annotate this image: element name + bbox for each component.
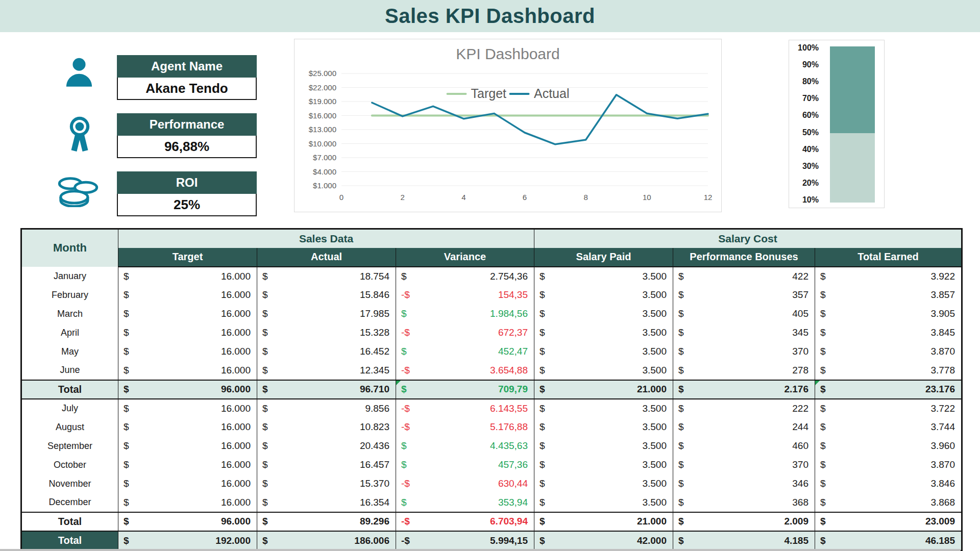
month-cell[interactable]: March	[21, 305, 118, 323]
value-cell[interactable]: $96.000	[118, 380, 257, 399]
column-header-total-earned[interactable]: Total Earned	[815, 248, 962, 267]
column-header-salary-paid[interactable]: Salary Paid	[534, 248, 673, 267]
value-cell[interactable]: $3.870	[815, 342, 962, 361]
value-cell[interactable]: $3.500	[534, 418, 673, 437]
value-cell[interactable]: $3.500	[534, 286, 673, 305]
value-cell[interactable]: $21.000	[534, 380, 673, 399]
value-cell[interactable]: $457,36	[396, 456, 534, 474]
value-cell[interactable]: $3.500	[534, 399, 673, 418]
value-cell[interactable]: $16.000	[118, 342, 257, 361]
month-cell[interactable]: July	[21, 399, 118, 418]
value-cell[interactable]: $3.870	[815, 456, 962, 474]
month-cell[interactable]: October	[21, 456, 118, 474]
value-cell[interactable]: $23.176	[815, 380, 962, 399]
value-cell[interactable]: -$154,35	[396, 286, 534, 305]
value-cell[interactable]: $3.778	[815, 361, 962, 380]
value-cell[interactable]: $4.435,63	[396, 437, 534, 456]
month-cell[interactable]: November	[21, 474, 118, 493]
value-cell[interactable]: $452,47	[396, 342, 534, 361]
value-cell[interactable]: $3.500	[534, 493, 673, 512]
month-cell[interactable]: Total	[21, 380, 118, 399]
bottom-scrollbar-strip[interactable]	[0, 549, 961, 551]
value-cell[interactable]: $3.846	[815, 474, 962, 493]
month-cell[interactable]: September	[21, 437, 118, 456]
value-cell[interactable]: $16.000	[118, 456, 257, 474]
value-cell[interactable]: $17.985	[257, 305, 396, 323]
value-cell[interactable]: $3.500	[534, 437, 673, 456]
month-cell[interactable]: Total	[21, 531, 118, 551]
value-cell[interactable]: $16.000	[118, 267, 257, 286]
month-cell[interactable]: June	[21, 361, 118, 380]
column-header-variance[interactable]: Variance	[396, 248, 534, 267]
value-cell[interactable]: -$6.143,55	[396, 399, 534, 418]
value-cell[interactable]: $357	[673, 286, 815, 305]
value-cell[interactable]: $96.710	[257, 380, 396, 399]
value-cell[interactable]: $3.722	[815, 399, 962, 418]
salary-cost-group-header[interactable]: Salary Cost	[534, 229, 962, 248]
value-cell[interactable]: $3.744	[815, 418, 962, 437]
value-cell[interactable]: $16.000	[118, 474, 257, 493]
month-cell[interactable]: January	[21, 267, 118, 286]
value-cell[interactable]: $16.354	[257, 493, 396, 512]
value-cell[interactable]: $15.370	[257, 474, 396, 493]
value-cell[interactable]: $16.000	[118, 323, 257, 342]
value-cell[interactable]: $353,94	[396, 493, 534, 512]
value-cell[interactable]: $3.905	[815, 305, 962, 323]
value-cell[interactable]: $16.000	[118, 418, 257, 437]
value-cell[interactable]: -$5.994,15	[396, 531, 534, 551]
value-cell[interactable]: $222	[673, 399, 815, 418]
value-cell[interactable]: $16.000	[118, 399, 257, 418]
value-cell[interactable]: $2.176	[673, 380, 815, 399]
value-cell[interactable]: $10.823	[257, 418, 396, 437]
value-cell[interactable]: $42.000	[534, 531, 673, 551]
value-cell[interactable]: $3.500	[534, 342, 673, 361]
value-cell[interactable]: $3.960	[815, 437, 962, 456]
column-header-actual[interactable]: Actual	[257, 248, 396, 267]
value-cell[interactable]: $23.009	[815, 512, 962, 531]
column-header-target[interactable]: Target	[118, 248, 257, 267]
column-header-performance-bonuses[interactable]: Performance Bonuses	[673, 248, 815, 267]
value-cell[interactable]: $9.856	[257, 399, 396, 418]
value-cell[interactable]: $346	[673, 474, 815, 493]
value-cell[interactable]: $4.185	[673, 531, 815, 551]
value-cell[interactable]: $2.754,36	[396, 267, 534, 286]
value-cell[interactable]: $422	[673, 267, 815, 286]
value-cell[interactable]: $3.500	[534, 305, 673, 323]
value-cell[interactable]: -$630,44	[396, 474, 534, 493]
value-cell[interactable]: -$6.703,94	[396, 512, 534, 531]
value-cell[interactable]: $21.000	[534, 512, 673, 531]
value-cell[interactable]: $20.436	[257, 437, 396, 456]
value-cell[interactable]: $15.846	[257, 286, 396, 305]
value-cell[interactable]: $345	[673, 323, 815, 342]
value-cell[interactable]: $1.984,56	[396, 305, 534, 323]
value-cell[interactable]: $18.754	[257, 267, 396, 286]
value-cell[interactable]: $3.500	[534, 474, 673, 493]
value-cell[interactable]: -$672,37	[396, 323, 534, 342]
value-cell[interactable]: $16.000	[118, 493, 257, 512]
month-cell[interactable]: April	[21, 323, 118, 342]
month-cell[interactable]: Total	[21, 512, 118, 531]
value-cell[interactable]: $46.185	[815, 531, 962, 551]
value-cell[interactable]: $709,79	[396, 380, 534, 399]
month-cell[interactable]: February	[21, 286, 118, 305]
value-cell[interactable]: $16.457	[257, 456, 396, 474]
value-cell[interactable]: $16.000	[118, 437, 257, 456]
value-cell[interactable]: $89.296	[257, 512, 396, 531]
value-cell[interactable]: $12.345	[257, 361, 396, 380]
value-cell[interactable]: $2.009	[673, 512, 815, 531]
value-cell[interactable]: $3.500	[534, 267, 673, 286]
month-cell[interactable]: December	[21, 493, 118, 512]
month-cell[interactable]: August	[21, 418, 118, 437]
month-cell[interactable]: May	[21, 342, 118, 361]
value-cell[interactable]: $3.500	[534, 323, 673, 342]
value-cell[interactable]: $3.500	[534, 456, 673, 474]
value-cell[interactable]: $16.000	[118, 286, 257, 305]
value-cell[interactable]: $460	[673, 437, 815, 456]
value-cell[interactable]: $3.922	[815, 267, 962, 286]
sales-data-group-header[interactable]: Sales Data	[118, 229, 534, 248]
value-cell[interactable]: $370	[673, 342, 815, 361]
value-cell[interactable]: $16.000	[118, 305, 257, 323]
value-cell[interactable]: $368	[673, 493, 815, 512]
value-cell[interactable]: $96.000	[118, 512, 257, 531]
value-cell[interactable]: $370	[673, 456, 815, 474]
